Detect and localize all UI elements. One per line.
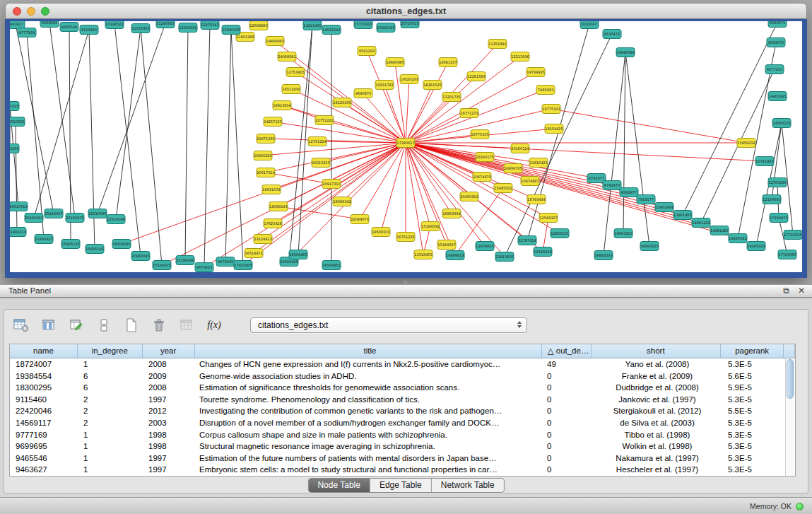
graph-node[interactable]: 25160675 (66, 214, 84, 223)
column-header[interactable]: name (10, 344, 78, 358)
graph-node[interactable]: 9670423 (195, 263, 213, 272)
column-header[interactable]: short (592, 344, 722, 358)
graph-node[interactable]: 25723913 (401, 21, 419, 28)
graph-node[interactable]: 11240455 (156, 21, 175, 28)
graph-node[interactable]: 23160124 (511, 144, 529, 153)
graph-node[interactable]: 21804313 (10, 228, 26, 237)
graph-node[interactable]: 12833155 (551, 229, 569, 238)
graph-node[interactable]: 25160667 (45, 209, 63, 218)
graph-node[interactable]: 15495021 (494, 184, 512, 193)
graph-node[interactable]: 16893225 (640, 242, 659, 251)
graph-node[interactable]: 9465546 (60, 23, 78, 32)
graph-node[interactable]: 9277415 (765, 65, 784, 74)
tab-edge-table[interactable]: Edge Table (370, 479, 432, 492)
graph-node[interactable]: 7485083 (536, 86, 555, 95)
graph-node[interactable]: 9699695 (40, 21, 59, 28)
table-row[interactable]: 1830029562008Estimation of significance … (10, 382, 785, 394)
graph-node[interactable]: 13901405 (673, 211, 692, 220)
row-height-icon[interactable] (94, 316, 114, 334)
graph-node[interactable]: 7919177 (637, 195, 655, 204)
table-settings-icon[interactable] (11, 316, 31, 334)
graph-node[interactable]: 18509331 (372, 228, 390, 237)
table-row[interactable]: 1938455462009Genome-wide association stu… (10, 370, 785, 382)
graph-node[interactable]: 19245022 (729, 234, 747, 243)
table-selector-dropdown[interactable]: citations_edges.txt (250, 317, 527, 333)
table-row[interactable]: 1456911722003Disruption of a novel membe… (10, 417, 785, 429)
graph-node[interactable]: 23124412 (254, 235, 272, 244)
graph-node[interactable]: 18775105 (471, 130, 489, 139)
table-row[interactable]: 946362711997Embryonic stem cells: a mode… (10, 464, 785, 476)
graph-node[interactable]: 15905146 (86, 245, 104, 254)
graph-node[interactable]: 16514471 (245, 249, 263, 258)
graph-node[interactable]: 10931782 (375, 81, 394, 90)
graph-node[interactable]: 12700235 (768, 178, 787, 187)
tab-network-table[interactable]: Network Table (432, 479, 504, 492)
graph-node[interactable]: 14691422 (692, 218, 710, 228)
graph-node[interactable]: 11616423 (529, 158, 548, 168)
graph-node[interactable]: 11015453 (131, 24, 150, 33)
graph-node[interactable]: 23160175 (476, 153, 494, 162)
graph-node[interactable]: 10741893 (755, 157, 774, 166)
show-columns-icon[interactable] (39, 316, 59, 334)
graph-node[interactable]: 14211405 (303, 21, 322, 30)
graph-node[interactable]: 12261583 (467, 72, 486, 81)
graph-node[interactable]: 14403145 (768, 92, 787, 101)
graph-node[interactable]: 16504145 (112, 240, 131, 249)
graph-node[interactable]: 16261525 (423, 81, 442, 90)
network-canvas[interactable]: 1724061721601266226088601940088324008881… (10, 21, 802, 272)
graph-node[interactable]: 12213936 (511, 52, 529, 62)
graph-node[interactable]: 12100645 (763, 195, 781, 204)
graph-node[interactable]: 13901404 (655, 203, 673, 212)
graph-node[interactable]: 17160673 (770, 214, 788, 223)
window-titlebar[interactable]: citations_edges.txt (5, 3, 807, 19)
column-header[interactable]: title (195, 344, 542, 358)
column-header[interactable]: year (143, 344, 195, 358)
graph-node[interactable]: 12034591 (179, 23, 197, 33)
import-table-icon[interactable] (177, 316, 196, 334)
graph-node[interactable]: 8530472 (603, 30, 621, 39)
graph-node[interactable]: 9593071 (768, 21, 787, 28)
graph-node[interactable]: 16936705 (504, 164, 522, 173)
graph-node[interactable]: 18913634 (273, 101, 291, 110)
graph-node[interactable]: 9581293 (358, 47, 376, 56)
graph-node[interactable]: 14691425 (710, 226, 729, 235)
vertical-scrollbar[interactable] (785, 358, 795, 476)
graph-node[interactable]: 14522143 (322, 25, 341, 35)
graph-node[interactable]: 16893210 (614, 229, 632, 238)
float-panel-icon[interactable]: ⧉ (783, 285, 789, 297)
graph-node[interactable]: 16751235 (396, 233, 415, 242)
graph-node[interactable]: 18300226 (254, 151, 272, 160)
graph-node[interactable]: 15905135 (61, 240, 80, 249)
new-document-icon[interactable] (122, 316, 141, 334)
graph-node[interactable]: 19581237 (439, 58, 457, 67)
graph-node[interactable]: 10674870 (473, 173, 491, 182)
graph-node[interactable]: 12753415 (286, 68, 305, 77)
graph-node[interactable]: 12548318 (534, 247, 552, 257)
graph-node[interactable]: 9777169 (18, 28, 36, 37)
graph-node[interactable]: 9593072 (767, 38, 785, 47)
graph-node[interactable]: 16310215 (312, 158, 330, 168)
graph-node[interactable]: 21813605 (495, 252, 514, 262)
graph-node[interactable]: 12751224 (308, 137, 326, 146)
graph-node[interactable]: 18793434 (527, 195, 546, 204)
graph-node[interactable]: 16899013 (446, 251, 464, 260)
graph-node[interactable]: 8791970 (603, 181, 621, 190)
graph-node[interactable]: 16511830 (282, 85, 300, 94)
table-row[interactable]: 946554611997Estimation of the future num… (10, 452, 785, 465)
tab-node-table[interactable]: Node Table (308, 479, 370, 492)
table-row[interactable]: 2242004622012Investigating the contribut… (10, 405, 785, 417)
graph-node[interactable]: 10674887 (521, 177, 539, 186)
graph-node[interactable]: 19648744 (616, 48, 635, 57)
graph-node[interactable]: 12470142 (201, 21, 219, 30)
function-builder-icon[interactable]: f(x) (204, 316, 224, 334)
graph-node[interactable]: 18099342 (333, 197, 351, 206)
graph-node[interactable]: 12787024 (518, 236, 536, 245)
graph-node[interactable]: 13201735 (442, 93, 461, 102)
table-row[interactable]: 969969511998Structural magnetic resonanc… (10, 440, 785, 452)
column-header[interactable]: in_degree (78, 344, 143, 358)
graph-node[interactable]: 18640985 (386, 58, 404, 67)
graph-node[interactable]: 6891977 (620, 188, 638, 197)
graph-node[interactable]: 15802165 (377, 23, 395, 33)
table-row[interactable]: 1872400712008Changes of HCN gene express… (10, 358, 785, 370)
graph-node[interactable]: 14257125 (264, 117, 282, 127)
